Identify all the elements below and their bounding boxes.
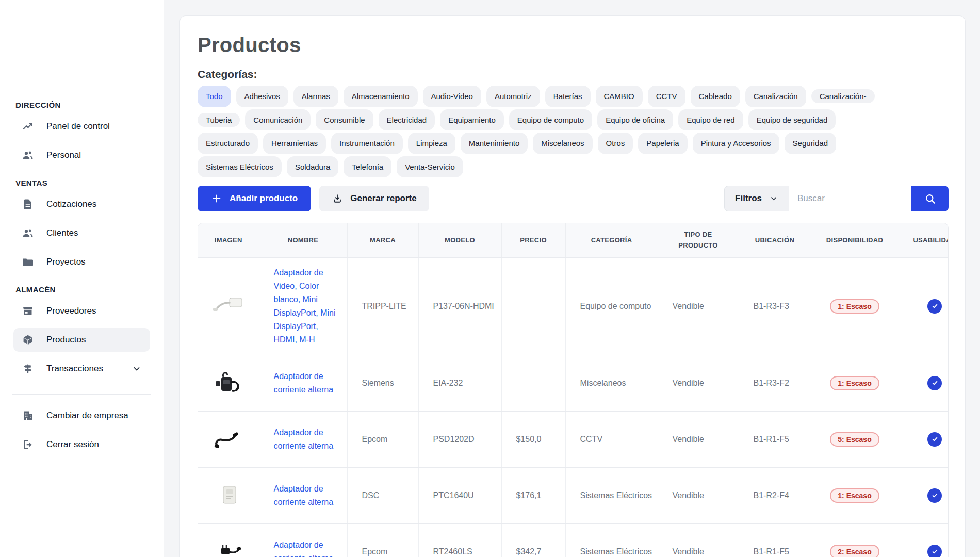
product-row: Adaptador de corriente alternaSiemensEIA…	[198, 355, 949, 411]
categoria-cell: Equipo de computo	[565, 257, 658, 355]
category-chip[interactable]: Canalización	[745, 86, 806, 107]
category-chip[interactable]: Limpieza	[408, 133, 455, 154]
product-name-link[interactable]: Adaptador de corriente alterna	[274, 484, 334, 506]
search-button[interactable]	[911, 186, 949, 211]
chevron-down-icon[interactable]	[132, 364, 142, 374]
category-chip[interactable]: Todo	[198, 86, 231, 107]
usable-check-icon[interactable]	[927, 376, 942, 390]
marca-cell: Siemens	[347, 355, 418, 411]
main-content: Productos Categorías: TodoAdhesivosAlarm…	[164, 0, 980, 557]
sidebar-item-cambiar-de-empresa[interactable]: Cambiar de empresa	[13, 404, 150, 428]
category-chip[interactable]: Automotriz	[486, 86, 540, 107]
sidebar-item-productos[interactable]: Productos	[13, 328, 150, 352]
category-chip[interactable]: Baterías	[545, 86, 591, 107]
col-header-marca: MARCA	[347, 223, 418, 257]
sidebar-item-label: Panel de control	[46, 121, 110, 132]
stock-status-badge: 1: Escaso	[830, 376, 879, 390]
category-chip[interactable]: Equipo de computo	[509, 109, 592, 131]
category-chip[interactable]: Soldadura	[287, 156, 338, 178]
category-chip[interactable]: Equipo de oficina	[597, 109, 673, 131]
category-chip[interactable]: Mantenimiento	[461, 133, 528, 154]
sidebar-item-personal[interactable]: Personal	[13, 143, 150, 167]
sidebar-item-proveedores[interactable]: Proveedores	[13, 299, 150, 323]
tipo-cell: Vendible	[658, 411, 739, 467]
marca-cell: TRIPP-LITE	[347, 257, 418, 355]
category-chip[interactable]: Miscelaneos	[533, 133, 592, 154]
category-chip[interactable]: CCTV	[648, 86, 685, 107]
product-name-link[interactable]: Adaptador de corriente alterna	[274, 540, 334, 557]
category-chip[interactable]: Herramientas	[263, 133, 326, 154]
category-chip[interactable]: Equipo de red	[678, 109, 743, 131]
product-name-link[interactable]: Adaptador de corriente alterna	[274, 372, 334, 394]
generate-report-button[interactable]: Generar reporte	[319, 186, 429, 211]
modelo-cell: PTC1640U	[418, 467, 501, 523]
ubicacion-cell: B1-R3-F3	[739, 257, 811, 355]
sidebar-item-transacciones[interactable]: Transacciones	[13, 357, 150, 381]
product-photo-black-plug-adapter	[208, 530, 249, 557]
col-header-ubicacion: UBICACIÓN	[739, 223, 811, 257]
table-header-row: IMAGEN NOMBRE MARCA MODELO PRECIO CATEGO…	[198, 223, 949, 257]
cube-icon	[22, 334, 34, 346]
category-chip[interactable]: Sistemas Eléctricos	[198, 156, 282, 178]
product-image-cell	[198, 411, 259, 467]
usable-check-icon[interactable]	[927, 488, 942, 503]
product-name-link[interactable]: Adaptador de corriente alterna	[274, 428, 334, 450]
category-chip[interactable]: Papeleria	[638, 133, 687, 154]
sidebar-item-cerrar-sesion[interactable]: Cerrar sesión	[13, 433, 150, 456]
category-chip[interactable]: Cableado	[691, 86, 740, 107]
usabilidad-cell	[899, 523, 949, 557]
product-name-link[interactable]: Adaptador de Video, Color blanco, Mini D…	[274, 268, 336, 344]
section-label-almacen: ALMACÉN	[15, 285, 164, 294]
filters-dropdown[interactable]: Filtros	[724, 186, 789, 211]
category-chip[interactable]: Telefonía	[344, 156, 391, 178]
usabilidad-cell	[899, 467, 949, 523]
product-row: Adaptador de corriente alternaDSCPTC1640…	[198, 467, 949, 523]
sidebar-item-proyectos[interactable]: Proyectos	[13, 250, 150, 274]
col-header-precio: PRECIO	[501, 223, 565, 257]
category-chip-list: TodoAdhesivosAlarmasAlmacenamientoAudio-…	[198, 85, 948, 178]
category-chip[interactable]: Estructurado	[198, 133, 258, 154]
category-chip[interactable]: Instrumentación	[331, 133, 403, 154]
category-chip[interactable]: Equipamiento	[440, 109, 504, 131]
tipo-cell: Vendible	[658, 467, 739, 523]
sidebar-item-cotizaciones[interactable]: Cotizaciones	[13, 192, 150, 216]
disponibilidad-cell: 5: Escaso	[811, 411, 899, 467]
categoria-cell: Miscelaneos	[565, 355, 658, 411]
category-chip[interactable]: Adhesivos	[236, 86, 288, 107]
search-input[interactable]	[789, 186, 911, 211]
usable-check-icon[interactable]	[927, 545, 942, 557]
add-product-button[interactable]: Añadir producto	[198, 186, 311, 211]
logo-space	[0, 0, 164, 86]
stock-status-badge: 5: Escaso	[830, 432, 879, 447]
category-chip[interactable]: Pintura y Accesorios	[693, 133, 779, 154]
sidebar-item-clientes[interactable]: Clientes	[13, 221, 150, 245]
precio-cell	[501, 257, 565, 355]
col-header-modelo: MODELO	[418, 223, 501, 257]
marca-cell: DSC	[347, 467, 418, 523]
categoria-cell: CCTV	[565, 411, 658, 467]
category-chip[interactable]: Equipo de seguridad	[748, 109, 836, 131]
disponibilidad-cell: 1: Escaso	[811, 257, 899, 355]
signpost-icon	[22, 363, 34, 375]
usable-check-icon[interactable]	[927, 432, 942, 447]
product-image-cell	[198, 257, 259, 355]
product-name-cell: Adaptador de corriente alterna	[259, 467, 347, 523]
category-chip[interactable]: Consumible	[316, 109, 373, 131]
category-chip[interactable]: CAMBIO	[596, 86, 643, 107]
product-name-cell: Adaptador de corriente alterna	[259, 355, 347, 411]
logout-icon	[22, 438, 34, 451]
category-chip[interactable]: Almacenamiento	[344, 86, 418, 107]
sidebar-item-label: Personal	[46, 150, 81, 160]
sidebar-item-panel-de-control[interactable]: Panel de control	[13, 114, 150, 138]
usable-check-icon[interactable]	[927, 299, 942, 314]
category-chip[interactable]: Comunicación	[245, 109, 311, 131]
category-chip[interactable]: Electricidad	[379, 109, 435, 131]
category-chip[interactable]: Otros	[598, 133, 633, 154]
category-chip[interactable]: Audio-Video	[423, 86, 481, 107]
sidebar-item-label: Cambiar de empresa	[46, 411, 128, 421]
category-chip[interactable]: Seguridad	[785, 133, 836, 154]
category-chip[interactable]: Alarmas	[293, 86, 338, 107]
ubicacion-cell: B1-R1-F5	[739, 523, 811, 557]
usabilidad-cell	[899, 355, 949, 411]
category-chip[interactable]: Venta-Servicio	[397, 156, 463, 178]
